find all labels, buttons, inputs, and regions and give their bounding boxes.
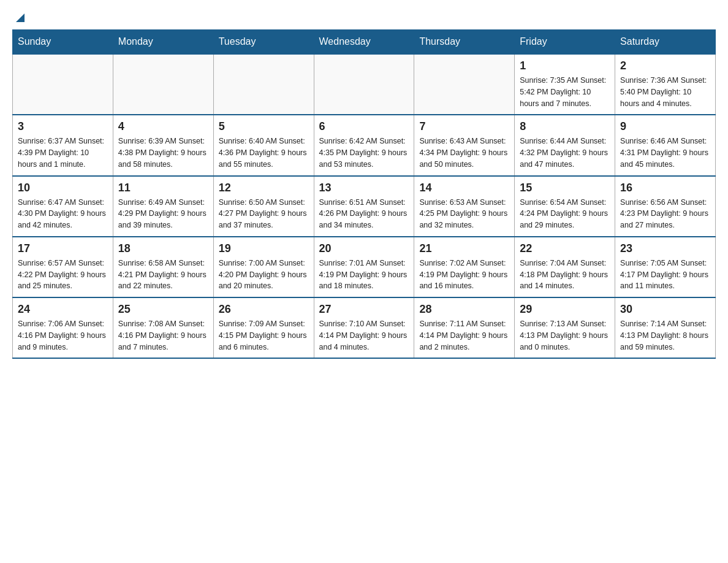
day-info: Sunrise: 7:11 AM Sunset: 4:14 PM Dayligh… xyxy=(419,318,509,353)
day-info: Sunrise: 7:09 AM Sunset: 4:15 PM Dayligh… xyxy=(219,318,309,353)
calendar-day-cell: 6Sunrise: 6:42 AM Sunset: 4:35 PM Daylig… xyxy=(314,115,414,175)
day-of-week-header: Wednesday xyxy=(314,30,414,55)
day-number: 28 xyxy=(419,303,509,316)
day-info: Sunrise: 7:00 AM Sunset: 4:20 PM Dayligh… xyxy=(219,258,309,292)
day-info: Sunrise: 7:01 AM Sunset: 4:19 PM Dayligh… xyxy=(319,258,409,292)
calendar-day-cell: 15Sunrise: 6:54 AM Sunset: 4:24 PM Dayli… xyxy=(515,176,615,237)
day-info: Sunrise: 6:43 AM Sunset: 4:34 PM Dayligh… xyxy=(419,136,509,170)
day-number: 13 xyxy=(319,182,409,194)
calendar-day-cell: 14Sunrise: 6:53 AM Sunset: 4:25 PM Dayli… xyxy=(414,176,515,237)
calendar-day-cell: 22Sunrise: 7:04 AM Sunset: 4:18 PM Dayli… xyxy=(515,237,615,297)
day-number: 9 xyxy=(620,120,710,133)
day-info: Sunrise: 6:49 AM Sunset: 4:29 PM Dayligh… xyxy=(118,197,208,231)
day-number: 30 xyxy=(620,303,710,316)
calendar-day-cell: 25Sunrise: 7:08 AM Sunset: 4:16 PM Dayli… xyxy=(113,297,213,358)
calendar-day-cell: 21Sunrise: 7:02 AM Sunset: 4:19 PM Dayli… xyxy=(414,237,515,297)
day-info: Sunrise: 6:50 AM Sunset: 4:27 PM Dayligh… xyxy=(219,197,309,231)
day-number: 23 xyxy=(620,242,710,255)
day-number: 12 xyxy=(219,182,309,194)
calendar-day-cell xyxy=(314,54,414,115)
day-of-week-header: Sunday xyxy=(13,30,113,55)
day-info: Sunrise: 6:40 AM Sunset: 4:36 PM Dayligh… xyxy=(219,136,309,170)
day-info: Sunrise: 7:36 AM Sunset: 5:40 PM Dayligh… xyxy=(620,75,710,109)
calendar-day-cell: 5Sunrise: 6:40 AM Sunset: 4:36 PM Daylig… xyxy=(213,115,314,175)
day-number: 1 xyxy=(520,59,610,72)
day-number: 27 xyxy=(319,303,409,316)
calendar-day-cell: 12Sunrise: 6:50 AM Sunset: 4:27 PM Dayli… xyxy=(213,176,314,237)
day-number: 16 xyxy=(620,182,710,194)
day-number: 22 xyxy=(520,242,610,255)
calendar-day-cell xyxy=(13,54,113,115)
day-number: 24 xyxy=(18,303,108,316)
day-number: 6 xyxy=(319,120,409,133)
day-info: Sunrise: 7:06 AM Sunset: 4:16 PM Dayligh… xyxy=(18,318,108,353)
calendar-day-cell: 29Sunrise: 7:13 AM Sunset: 4:13 PM Dayli… xyxy=(515,297,615,358)
svg-marker-0 xyxy=(16,13,25,22)
day-info: Sunrise: 6:54 AM Sunset: 4:24 PM Dayligh… xyxy=(520,197,610,231)
day-number: 5 xyxy=(219,120,309,133)
calendar-day-cell: 18Sunrise: 6:58 AM Sunset: 4:21 PM Dayli… xyxy=(113,237,213,297)
calendar-table: SundayMondayTuesdayWednesdayThursdayFrid… xyxy=(12,29,716,359)
calendar-week-row: 10Sunrise: 6:47 AM Sunset: 4:30 PM Dayli… xyxy=(13,176,716,237)
calendar-day-cell: 23Sunrise: 7:05 AM Sunset: 4:17 PM Dayli… xyxy=(615,237,716,297)
logo xyxy=(12,12,27,23)
calendar-day-cell: 19Sunrise: 7:00 AM Sunset: 4:20 PM Dayli… xyxy=(213,237,314,297)
calendar-day-cell: 13Sunrise: 6:51 AM Sunset: 4:26 PM Dayli… xyxy=(314,176,414,237)
day-info: Sunrise: 7:05 AM Sunset: 4:17 PM Dayligh… xyxy=(620,258,710,292)
day-number: 3 xyxy=(18,120,108,133)
calendar-day-cell: 30Sunrise: 7:14 AM Sunset: 4:13 PM Dayli… xyxy=(615,297,716,358)
day-number: 25 xyxy=(118,303,208,316)
day-number: 20 xyxy=(319,242,409,255)
day-number: 15 xyxy=(520,182,610,194)
day-number: 11 xyxy=(118,182,208,194)
calendar-week-row: 17Sunrise: 6:57 AM Sunset: 4:22 PM Dayli… xyxy=(13,237,716,297)
day-number: 29 xyxy=(520,303,610,316)
calendar-day-cell xyxy=(213,54,314,115)
day-number: 10 xyxy=(18,182,108,194)
day-number: 7 xyxy=(419,120,509,133)
calendar-week-row: 24Sunrise: 7:06 AM Sunset: 4:16 PM Dayli… xyxy=(13,297,716,358)
day-info: Sunrise: 6:51 AM Sunset: 4:26 PM Dayligh… xyxy=(319,197,409,231)
day-of-week-header: Friday xyxy=(515,30,615,55)
day-number: 14 xyxy=(419,182,509,194)
day-info: Sunrise: 6:42 AM Sunset: 4:35 PM Dayligh… xyxy=(319,136,409,170)
calendar-day-cell: 11Sunrise: 6:49 AM Sunset: 4:29 PM Dayli… xyxy=(113,176,213,237)
calendar-header-row: SundayMondayTuesdayWednesdayThursdayFrid… xyxy=(13,30,716,55)
day-info: Sunrise: 6:47 AM Sunset: 4:30 PM Dayligh… xyxy=(18,197,108,231)
day-info: Sunrise: 7:35 AM Sunset: 5:42 PM Dayligh… xyxy=(520,75,610,109)
day-info: Sunrise: 6:39 AM Sunset: 4:38 PM Dayligh… xyxy=(118,136,208,170)
day-info: Sunrise: 6:57 AM Sunset: 4:22 PM Dayligh… xyxy=(18,258,108,292)
calendar-day-cell: 2Sunrise: 7:36 AM Sunset: 5:40 PM Daylig… xyxy=(615,54,716,115)
day-number: 21 xyxy=(419,242,509,255)
day-info: Sunrise: 6:53 AM Sunset: 4:25 PM Dayligh… xyxy=(419,197,509,231)
calendar-day-cell: 1Sunrise: 7:35 AM Sunset: 5:42 PM Daylig… xyxy=(515,54,615,115)
day-number: 17 xyxy=(18,242,108,255)
day-info: Sunrise: 7:08 AM Sunset: 4:16 PM Dayligh… xyxy=(118,318,208,353)
calendar-day-cell: 8Sunrise: 6:44 AM Sunset: 4:32 PM Daylig… xyxy=(515,115,615,175)
logo-triangle-icon xyxy=(13,11,27,25)
day-info: Sunrise: 6:44 AM Sunset: 4:32 PM Dayligh… xyxy=(520,136,610,170)
day-info: Sunrise: 7:04 AM Sunset: 4:18 PM Dayligh… xyxy=(520,258,610,292)
calendar-day-cell: 3Sunrise: 6:37 AM Sunset: 4:39 PM Daylig… xyxy=(13,115,113,175)
day-info: Sunrise: 7:13 AM Sunset: 4:13 PM Dayligh… xyxy=(520,318,610,353)
calendar-week-row: 3Sunrise: 6:37 AM Sunset: 4:39 PM Daylig… xyxy=(13,115,716,175)
calendar-day-cell: 10Sunrise: 6:47 AM Sunset: 4:30 PM Dayli… xyxy=(13,176,113,237)
day-number: 2 xyxy=(620,59,710,72)
day-of-week-header: Thursday xyxy=(414,30,515,55)
day-info: Sunrise: 6:37 AM Sunset: 4:39 PM Dayligh… xyxy=(18,136,108,170)
calendar-day-cell: 7Sunrise: 6:43 AM Sunset: 4:34 PM Daylig… xyxy=(414,115,515,175)
day-number: 26 xyxy=(219,303,309,316)
calendar-day-cell: 16Sunrise: 6:56 AM Sunset: 4:23 PM Dayli… xyxy=(615,176,716,237)
calendar-day-cell: 26Sunrise: 7:09 AM Sunset: 4:15 PM Dayli… xyxy=(213,297,314,358)
calendar-day-cell: 20Sunrise: 7:01 AM Sunset: 4:19 PM Dayli… xyxy=(314,237,414,297)
calendar-day-cell: 28Sunrise: 7:11 AM Sunset: 4:14 PM Dayli… xyxy=(414,297,515,358)
calendar-day-cell: 4Sunrise: 6:39 AM Sunset: 4:38 PM Daylig… xyxy=(113,115,213,175)
day-of-week-header: Saturday xyxy=(615,30,716,55)
calendar-week-row: 1Sunrise: 7:35 AM Sunset: 5:42 PM Daylig… xyxy=(13,54,716,115)
calendar-day-cell xyxy=(414,54,515,115)
day-number: 4 xyxy=(118,120,208,133)
day-of-week-header: Monday xyxy=(113,30,213,55)
page-header xyxy=(12,12,716,23)
day-info: Sunrise: 7:10 AM Sunset: 4:14 PM Dayligh… xyxy=(319,318,409,353)
day-of-week-header: Tuesday xyxy=(213,30,314,55)
